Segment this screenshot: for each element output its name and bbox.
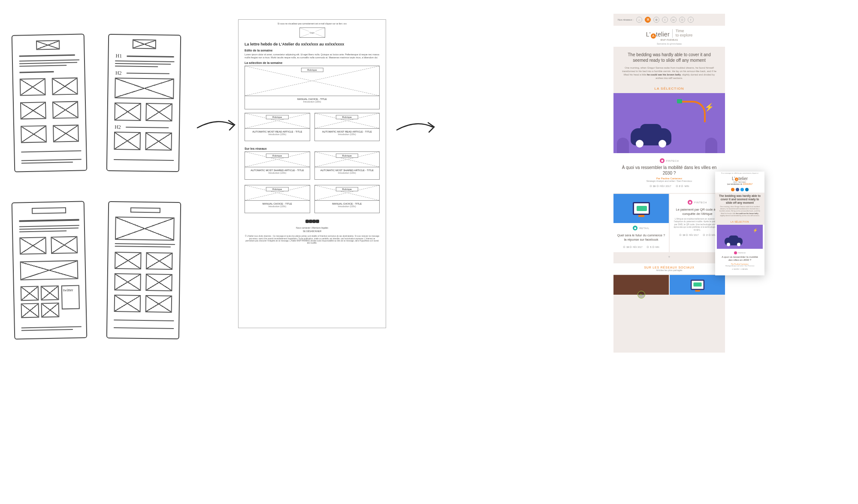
selection-heading: LA SÉLECTION xyxy=(715,219,764,225)
category-icon xyxy=(734,251,737,254)
hero-illustration[interactable]: ⚡ xyxy=(717,225,763,249)
rss-icon xyxy=(731,188,734,191)
unsubscribe-link[interactable]: SE DÉSABONNER xyxy=(245,230,380,232)
legal-text: © L'Atelier tous droits réservés - Ce me… xyxy=(245,235,380,244)
twitter-icon xyxy=(740,188,744,191)
newsletter-title: La lettre hebdo de L'Atelier du xx/xx/xx… xyxy=(245,42,380,46)
logo-placeholder: logo xyxy=(299,27,325,38)
bolt-icon: ⚡ xyxy=(704,103,714,112)
social-networks-bar: Nos réseaux : ⌂ ⌘ ◉ t in ◎ f xyxy=(613,14,725,26)
wireframe-mockup: Si vous ne visualisez pas correctement c… xyxy=(238,19,386,328)
brand-tagline: Timeto explore xyxy=(672,29,693,38)
featured-article-box[interactable]: Rubrique MANUAL CHOICE - TITLE Introduct… xyxy=(245,66,380,109)
sketch-2: H1 H2 H2 xyxy=(106,34,181,172)
sketch-4 xyxy=(106,201,181,339)
label-h1: H1 xyxy=(115,53,122,59)
manual-box-1[interactable]: Rubrique MANUAL CHOICE - TITLE Introduct… xyxy=(245,185,310,213)
social-section-head: SUR LES RÉSEAUX SOCIAUX Articles les plu… xyxy=(613,263,725,274)
linkedin-icon[interactable]: in xyxy=(671,17,677,23)
social-heading: Sur les réseaux xyxy=(245,147,380,150)
brand-header: L'Atelier BNP PARIBAS Les tendances du 2… xyxy=(715,175,764,187)
sketch-3: twitter xyxy=(12,201,88,339)
featured-article[interactable]: FINTECH A quoi va ressembler la mobilité… xyxy=(717,249,763,273)
view-online-hint[interactable]: Si ce message ne s'affiche pas correctem… xyxy=(715,172,764,175)
final-newsletter-desktop: Nos réseaux : ⌂ ⌘ ◉ t in ◎ f L'Atelier T… xyxy=(613,14,725,353)
brand-logo: L'Atelier xyxy=(646,31,670,38)
edito-body: Lorem ipsum dolor sit amet, consectetur … xyxy=(245,53,380,59)
rubrique-pill: Rubrique xyxy=(301,68,323,72)
selection-heading: LA SÉLECTION xyxy=(613,84,725,93)
rss-icon[interactable]: ⌘ xyxy=(645,17,651,23)
network-icon[interactable]: ⌂ xyxy=(636,17,642,23)
linkedin-icon xyxy=(312,220,316,223)
hero-illustration[interactable]: ⚡ xyxy=(613,93,725,153)
card-retail[interactable]: ⬣RETAIL Quel sera le futur du commerce ?… xyxy=(613,194,669,252)
featured-article[interactable]: ⬣FINTECH À quoi va ressembler la mobilit… xyxy=(613,153,725,193)
play-icon: ▸ xyxy=(637,291,645,299)
instagram-icon[interactable]: ◎ xyxy=(679,17,685,23)
most-read-box-1[interactable]: Rubrique AUTOMATIC MOST READ ARTICLE - T… xyxy=(245,113,310,141)
view-online-hint[interactable]: Si vous ne visualisez pas correctement c… xyxy=(245,22,380,25)
facebook-icon[interactable]: f xyxy=(688,17,694,23)
twitter-icon[interactable]: t xyxy=(662,17,668,23)
car-icon xyxy=(631,128,671,145)
selection-heading: La sélection de la semaine xyxy=(245,61,380,64)
manual-box-2[interactable]: Rubrique MANUAL CHOICE - TITLE Introduct… xyxy=(314,185,380,213)
brand-header: L'Atelier Timeto explore BNP PARIBAS Sem… xyxy=(613,26,725,47)
twitter-icon xyxy=(305,220,309,223)
most-shared-box-2[interactable]: Rubrique AUTOMATIC MOST SHARED ARTICLE -… xyxy=(314,151,380,180)
footer-social-icons[interactable] xyxy=(245,219,380,224)
podcast-icon[interactable]: ◉ xyxy=(653,17,659,23)
sketch-1 xyxy=(12,33,88,172)
footer-contact-link[interactable]: Nous contacter | Mentions légales xyxy=(245,226,380,229)
social-icons-row[interactable] xyxy=(715,188,764,191)
edito-heading: Edito de la semaine xyxy=(245,49,380,52)
car-icon xyxy=(725,238,743,245)
label-h2b: H2 xyxy=(115,124,121,130)
linkedin-icon xyxy=(745,188,749,191)
category-icon: ⬣ xyxy=(633,226,637,230)
facebook-icon xyxy=(736,188,739,191)
category-icon: ⬣ xyxy=(688,200,692,205)
hero-edito: The bedding was hardly able to cover it … xyxy=(613,47,725,84)
most-shared-box-1[interactable]: Rubrique AUTOMATIC MOST SHARED ARTICLE -… xyxy=(245,151,310,180)
bolt-icon: ⚡ xyxy=(753,228,758,232)
most-read-box-2[interactable]: Rubrique AUTOMATIC MOST READ ARTICLE - T… xyxy=(314,113,380,141)
label-h2a: H2 xyxy=(115,70,122,76)
sketch-column: H1 H2 H2 xyxy=(13,34,193,369)
google-icon xyxy=(316,220,319,223)
category-icon: ⬣ xyxy=(660,158,665,163)
final-newsletter-mobile: Si ce message ne s'affiche pas correctem… xyxy=(715,172,764,275)
load-more[interactable]: + xyxy=(613,255,725,259)
hero-edito: The bedding was hardly able to cover it … xyxy=(715,193,764,219)
video-card-1[interactable]: ▸ xyxy=(613,275,669,295)
arrow-2 xyxy=(395,114,472,152)
label-twitter: twitter xyxy=(63,288,73,292)
video-card-2[interactable] xyxy=(670,275,725,295)
facebook-icon xyxy=(309,220,312,223)
